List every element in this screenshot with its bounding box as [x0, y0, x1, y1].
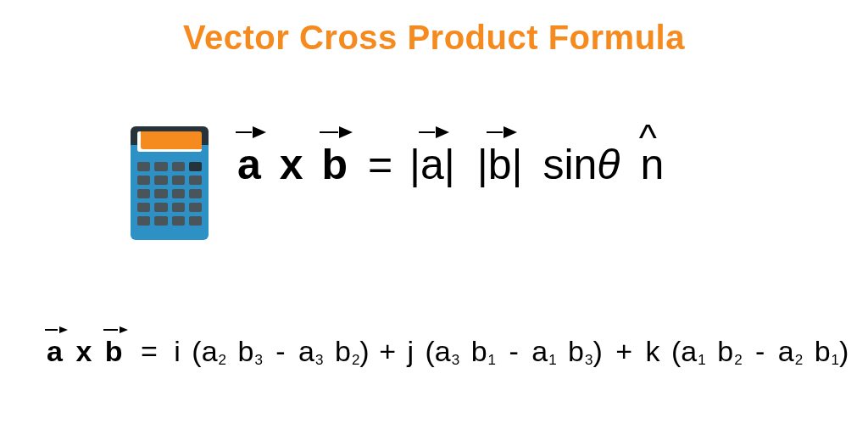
vector-a-2: a: [47, 335, 63, 368]
k-hat: k: [646, 335, 660, 367]
minus-2: -: [504, 335, 523, 367]
vector-a-letter: a: [237, 141, 261, 188]
sub-2d: 2: [794, 352, 803, 368]
b-letter-3: b: [471, 335, 487, 367]
cross-operator-2: x: [70, 335, 97, 367]
equals-sign: =: [359, 141, 398, 188]
b-letter-2: b: [335, 335, 351, 367]
paren-close-2: ): [593, 335, 602, 367]
equals-sign-2: =: [131, 335, 166, 367]
b-letter-5: b: [717, 335, 733, 367]
a-letter-6: a: [778, 335, 794, 367]
mag-b-letter: b: [488, 141, 512, 188]
b1b: b1: [811, 335, 839, 367]
sub-2c: 2: [733, 352, 742, 368]
a2b: a2: [778, 335, 803, 367]
vector-b-2: b: [105, 335, 123, 368]
paren-close-3: ): [839, 335, 849, 367]
a-letter-5: a: [681, 335, 697, 367]
b3: b3: [234, 335, 262, 367]
mag-b: b: [488, 140, 512, 189]
a3: a3: [298, 335, 323, 367]
unit-n-hat: ^n: [632, 140, 664, 189]
sub-3c: 3: [451, 352, 459, 368]
page: Vector Cross Product Formula a x b = |a|…: [0, 0, 868, 446]
plus-1: +: [377, 335, 399, 367]
a3b: a3: [435, 335, 459, 367]
bar-close: |: [444, 141, 455, 188]
paren-open-3: (: [668, 335, 681, 367]
sub-2: 2: [218, 352, 226, 368]
sub-1d: 1: [831, 352, 839, 368]
a-letter: a: [202, 335, 218, 367]
theta: θ: [597, 141, 620, 188]
b-letter-4: b: [568, 335, 584, 367]
sub-3d: 3: [584, 352, 593, 368]
vector-b-letter-2: b: [105, 335, 123, 367]
page-title: Vector Cross Product Formula: [0, 19, 868, 57]
b3b: b3: [565, 335, 593, 367]
formula-magnitude: a x b = |a| |b| sinθ ^n: [237, 140, 664, 189]
sub-2b: 2: [351, 352, 359, 368]
vector-a-letter-2: a: [47, 335, 63, 367]
a-letter-2: a: [298, 335, 314, 367]
sub-3: 3: [253, 352, 262, 368]
vector-b: b: [321, 140, 348, 189]
sin-label: sin: [534, 141, 597, 188]
mag-a: a: [420, 140, 444, 189]
calculator-icon: [127, 123, 212, 242]
a-letter-4: a: [531, 335, 548, 367]
i-hat: i: [174, 335, 181, 367]
vector-a: a: [237, 140, 261, 189]
bar-close-2: |: [512, 141, 523, 188]
sub-1b: 1: [548, 352, 556, 368]
b1: b1: [468, 335, 496, 367]
bar-open-2: |: [477, 141, 488, 188]
plus-2: +: [610, 335, 637, 367]
j-hat: j: [407, 335, 414, 367]
cross-operator: x: [273, 141, 310, 188]
bar-open: |: [409, 141, 420, 188]
mag-a-letter: a: [420, 141, 444, 188]
sub-1: 1: [487, 352, 496, 368]
b2b: b2: [714, 335, 742, 367]
paren-close-1: ): [359, 335, 369, 367]
sub-3b: 3: [314, 352, 323, 368]
b-letter-6: b: [815, 335, 831, 367]
b2: b2: [331, 335, 359, 367]
minus-1: -: [270, 335, 290, 367]
vector-b-letter: b: [321, 141, 348, 188]
a2: a2: [202, 335, 226, 367]
paren-open-1: (: [188, 335, 201, 367]
b-letter: b: [237, 335, 253, 367]
a-letter-3: a: [435, 335, 451, 367]
formula-component: a x b = i (a2 b3 - a3 b2) + j (a3 b1 - a…: [47, 335, 849, 369]
sub-1c: 1: [697, 352, 705, 368]
paren-open-2: (: [421, 335, 434, 367]
a1: a1: [531, 335, 556, 367]
a1b: a1: [681, 335, 705, 367]
minus-3: -: [750, 335, 770, 367]
